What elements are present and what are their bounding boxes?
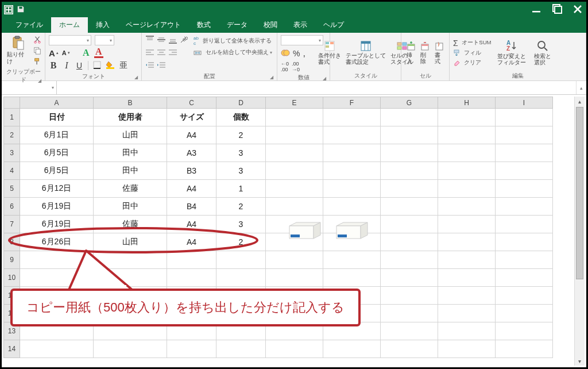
cell[interactable]: 山田 — [94, 233, 167, 251]
save-icon[interactable] — [17, 5, 25, 14]
cell[interactable] — [266, 251, 323, 269]
cell[interactable] — [216, 305, 266, 322]
cell[interactable]: 個数 — [216, 109, 266, 126]
cell[interactable]: A4 — [167, 233, 216, 251]
tab-file[interactable]: ファイル — [7, 17, 51, 33]
cell[interactable] — [167, 340, 216, 358]
cell[interactable]: A3 — [167, 144, 216, 162]
cell[interactable] — [381, 144, 438, 162]
cell[interactable] — [167, 305, 216, 322]
cut-icon[interactable] — [33, 36, 41, 45]
cell[interactable] — [438, 144, 496, 162]
row-header[interactable]: 5 — [4, 180, 20, 198]
align-center-icon[interactable] — [157, 48, 166, 57]
sort-filter-button[interactable]: AZ並び変えと フィルター — [496, 39, 528, 67]
row-header[interactable]: 11 — [4, 287, 20, 305]
launcher-icon[interactable]: ◢ — [323, 76, 326, 81]
cell[interactable] — [94, 269, 167, 287]
row-header[interactable]: 1 — [4, 109, 20, 126]
row-header[interactable]: 10 — [4, 269, 20, 287]
cell[interactable] — [381, 287, 438, 305]
cell[interactable]: 田中 — [94, 162, 167, 180]
cell[interactable] — [20, 322, 94, 340]
cell[interactable] — [20, 287, 94, 305]
column-header[interactable]: A — [20, 97, 94, 109]
cell[interactable] — [438, 180, 496, 198]
cell[interactable] — [438, 322, 496, 340]
decrease-decimal-icon[interactable]: .00→0 — [292, 61, 300, 72]
cell[interactable] — [496, 109, 553, 126]
cell[interactable] — [323, 180, 381, 198]
cell[interactable] — [323, 144, 381, 162]
cell[interactable]: 2 — [216, 126, 266, 144]
percent-icon[interactable]: % — [293, 49, 300, 58]
cell[interactable] — [216, 251, 266, 269]
cell[interactable] — [438, 287, 496, 305]
cell[interactable] — [381, 269, 438, 287]
cell[interactable] — [496, 162, 553, 180]
cell[interactable] — [381, 216, 438, 233]
ruby-icon[interactable]: 亜 — [119, 60, 127, 71]
cell[interactable] — [323, 109, 381, 126]
cell[interactable] — [266, 305, 323, 322]
cell[interactable] — [381, 340, 438, 358]
row-header[interactable]: 13 — [4, 322, 20, 340]
cell[interactable]: 6月5日 — [20, 162, 94, 180]
formula-input[interactable] — [57, 81, 576, 94]
cell[interactable] — [496, 251, 553, 269]
cell[interactable]: A4 — [167, 126, 216, 144]
font-family-dropdown[interactable]: ▾ — [49, 35, 91, 45]
cell[interactable]: 佐藤 — [94, 180, 167, 198]
cell[interactable] — [438, 251, 496, 269]
cell[interactable] — [20, 251, 94, 269]
column-header[interactable]: I — [496, 97, 553, 109]
cell[interactable] — [216, 322, 266, 340]
cell[interactable] — [438, 305, 496, 322]
fill-color-icon[interactable] — [106, 61, 115, 70]
cell[interactable] — [323, 287, 381, 305]
align-bottom-icon[interactable] — [168, 36, 177, 45]
align-right-icon[interactable] — [168, 48, 177, 57]
cell[interactable] — [266, 198, 323, 216]
cell[interactable]: 2 — [216, 198, 266, 216]
cell[interactable] — [438, 198, 496, 216]
cell[interactable] — [266, 287, 323, 305]
cell[interactable] — [266, 322, 323, 340]
border-icon[interactable] — [93, 61, 101, 70]
row-header[interactable]: 9 — [4, 251, 20, 269]
cell[interactable] — [381, 198, 438, 216]
scroll-thumb[interactable] — [576, 107, 583, 279]
cell[interactable]: 田中 — [94, 198, 167, 216]
cell[interactable] — [266, 180, 323, 198]
increase-font-icon[interactable]: A — [49, 48, 55, 58]
row-header[interactable]: 7 — [4, 216, 20, 233]
row-header[interactable]: 3 — [4, 144, 20, 162]
cell[interactable] — [20, 305, 94, 322]
cell[interactable]: 6月19日 — [20, 198, 94, 216]
cell[interactable] — [381, 109, 438, 126]
column-header[interactable]: H — [438, 97, 496, 109]
cell[interactable] — [216, 269, 266, 287]
cell[interactable] — [438, 109, 496, 126]
copy-icon[interactable] — [33, 47, 41, 56]
cell[interactable] — [266, 144, 323, 162]
scroll-down-icon[interactable]: ▾ — [575, 356, 585, 366]
insert-cells-button[interactable]: 挿入 — [405, 40, 417, 66]
cell[interactable] — [381, 305, 438, 322]
comma-icon[interactable]: , — [303, 48, 305, 59]
align-middle-icon[interactable] — [157, 36, 166, 45]
cell[interactable]: 6月12日 — [20, 180, 94, 198]
cell[interactable]: 6月5日 — [20, 144, 94, 162]
cell[interactable] — [438, 233, 496, 251]
column-header[interactable]: E — [266, 97, 323, 109]
underline-button[interactable]: U — [75, 61, 83, 70]
cell[interactable] — [167, 251, 216, 269]
cell[interactable] — [94, 340, 167, 358]
paste-button[interactable]: 貼り付け — [5, 34, 31, 66]
cell[interactable] — [323, 126, 381, 144]
format-as-table-button[interactable]: テーブルとして 書式設定 — [344, 39, 388, 67]
tab-data[interactable]: データ — [219, 17, 256, 33]
cell[interactable] — [438, 340, 496, 358]
cell[interactable]: 1 — [216, 180, 266, 198]
cell[interactable]: 3 — [216, 216, 266, 233]
